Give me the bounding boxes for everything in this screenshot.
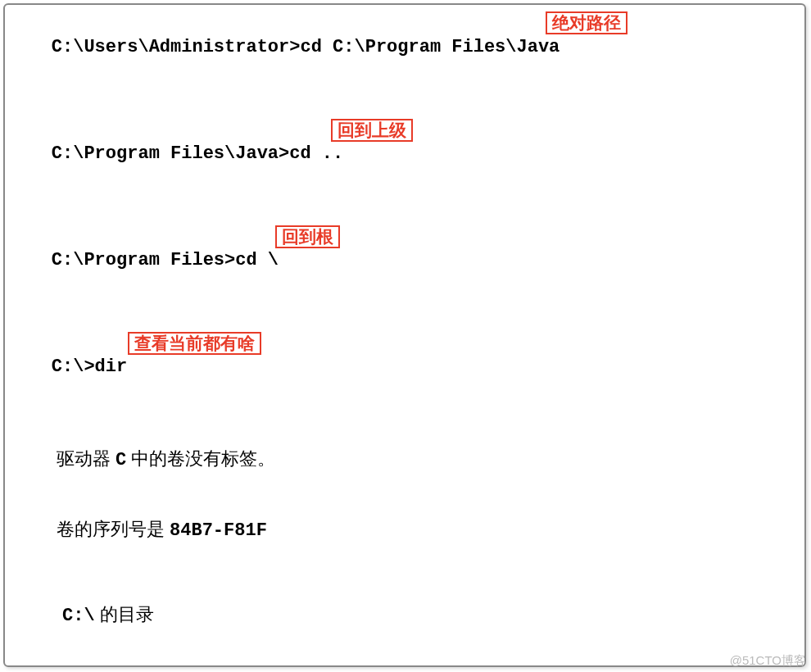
volume-text: 驱动器 (52, 448, 116, 469)
row-time: 15:26 (131, 665, 213, 667)
cmd-text: C:\Users\Administrator>cd C:\Program Fil… (52, 37, 560, 57)
row-type: <DIR> (213, 665, 369, 667)
prompt-line: C:\Program Files\Java>cd .. 回到上级 (5, 120, 804, 211)
annotation-view-contents: 查看当前都有啥 (128, 332, 261, 355)
cmd-text: C:\Program Files>cd \ (52, 250, 279, 270)
terminal-window[interactable]: C:\Users\Administrator>cd C:\Program Fil… (3, 3, 806, 667)
serial-label: 卷的序列号是 (52, 519, 170, 539)
watermark: @51CTO博客 (730, 653, 806, 669)
serial-number: 84B7-F81F (170, 520, 267, 541)
cmd-text: C:\>dir (52, 356, 127, 377)
annotation-to-root: 回到根 (275, 225, 340, 248)
volume-info-line: 驱动器 C 中的卷没有标签。 (5, 425, 804, 495)
dir-label: 的目录 (95, 604, 154, 624)
cmd-text: C:\Program Files\Java>cd .. (52, 143, 343, 164)
listing-row: 2017/09/2915:26<DIR>apache-tomcat-7.0.82 (5, 665, 804, 667)
volume-serial-line: 卷的序列号是 84B7-F81F (5, 495, 804, 565)
annotation-up-level: 回到上级 (331, 119, 413, 142)
directory-of-line: C:\ 的目录 (5, 580, 804, 651)
row-date: 2017/09/29 (8, 665, 131, 667)
prompt-line: C:\Users\Administrator>cd C:\Program Fil… (5, 13, 804, 105)
annotation-absolute-path: 绝对路径 (546, 11, 628, 34)
directory-listing: 2017/09/2915:26<DIR>apache-tomcat-7.0.82… (5, 665, 804, 667)
prompt-line: C:\Program Files>cd \ 回到根 (5, 226, 804, 318)
volume-text: 中的卷没有标签。 (126, 448, 275, 469)
dir-path: C:\ (52, 606, 95, 626)
prompt-line: C:\>dir 查看当前都有啥 (5, 333, 804, 425)
volume-drive: C (116, 450, 126, 470)
